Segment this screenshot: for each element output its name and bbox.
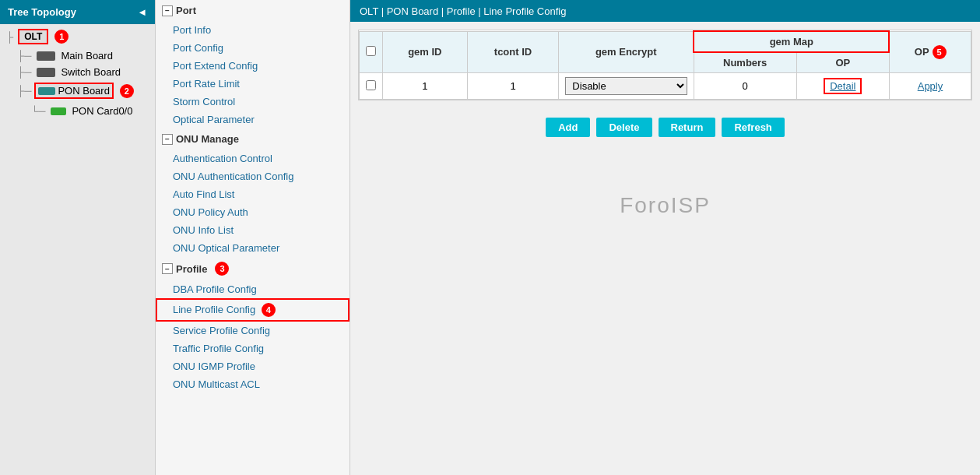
th-checkbox (360, 31, 383, 73)
th-gem-id: gem ID (383, 31, 468, 73)
gem-table: gem ID tcont ID gem Encrypt gem Map OP5 … (359, 30, 971, 100)
sidebar-title: Tree Topology ◄ (0, 0, 155, 24)
sidebar-collapse-arrow[interactable]: ◄ (137, 6, 147, 18)
th-op-sub: OP (796, 52, 889, 73)
action-buttons: Add Delete Return Refresh (350, 108, 980, 146)
tree-item-switch-board[interactable]: ├─ Switch Board (0, 64, 155, 80)
menu-onu-igmp[interactable]: ONU IGMP Profile (156, 357, 349, 375)
menu-onu-info[interactable]: ONU Info List (156, 221, 349, 239)
menu-port-rate-limit[interactable]: Port Rate Limit (156, 75, 349, 93)
cell-tcont-id: 1 (467, 73, 559, 100)
tree-item-pon-board[interactable]: ├─ PON Board 2 (0, 80, 155, 101)
select-all-checkbox[interactable] (366, 46, 376, 56)
table-container: gem ID tcont ID gem Encrypt gem Map OP5 … (358, 30, 972, 100)
menu-onu-multicast[interactable]: ONU Multicast ACL (156, 375, 349, 393)
menu-storm-control[interactable]: Storm Control (156, 93, 349, 111)
menu-auth-control[interactable]: Authentication Control (156, 150, 349, 167)
content-area: OLT | PON Board | Profile | Line Profile… (350, 0, 980, 475)
watermark: ForoISP (350, 146, 980, 265)
menu-port-extend-config[interactable]: Port Extend Config (156, 57, 349, 75)
menu-onu-auth-config[interactable]: ONU Authentication Config (156, 167, 349, 185)
cell-apply[interactable]: Apply (889, 73, 971, 100)
th-gem-encrypt: gem Encrypt (559, 31, 694, 73)
breadcrumb: OLT | PON Board | Profile | Line Profile… (350, 0, 980, 22)
cell-gem-encrypt[interactable]: Disable Enable (559, 73, 694, 100)
main-board-label: Main Board (61, 50, 112, 62)
badge-1: 1 (54, 30, 68, 44)
onu-manage-collapse-btn[interactable]: − (162, 134, 173, 145)
menu-onu-policy[interactable]: ONU Policy Auth (156, 203, 349, 221)
row-checkbox[interactable] (366, 80, 376, 90)
menu-traffic-profile[interactable]: Traffic Profile Config (156, 340, 349, 357)
badge-3: 3 (215, 262, 229, 276)
th-gem-map: gem Map (694, 31, 889, 52)
pon-card-label: PON Card0/0 (72, 105, 132, 117)
table-row: 1 1 Disable Enable 0 Detail (360, 73, 971, 100)
badge-5: 5 (933, 45, 947, 59)
port-section-label: Port (176, 5, 196, 16)
menu-dba-profile[interactable]: DBA Profile Config (156, 280, 349, 298)
pon-board-label: PON Board (58, 85, 109, 97)
onu-manage-label: ONU Manage (176, 133, 239, 145)
profile-section-label: Profile (176, 263, 207, 275)
cell-numbers: 0 (694, 73, 796, 100)
menu-service-profile[interactable]: Service Profile Config (156, 322, 349, 340)
gem-encrypt-select[interactable]: Disable Enable (565, 77, 687, 95)
op-label: OP (915, 46, 929, 58)
menu-port-info[interactable]: Port Info (156, 21, 349, 39)
port-collapse-btn[interactable]: − (162, 5, 173, 16)
th-tcont-id: tcont ID (467, 31, 559, 73)
badge-4: 4 (262, 303, 276, 317)
onu-manage-section-header: − ONU Manage (156, 128, 349, 150)
profile-section-header: − Profile 3 (156, 257, 349, 280)
sidebar: Tree Topology ◄ ├ OLT 1 ├─ Main Board ├─… (0, 0, 156, 475)
breadcrumb-text: OLT | PON Board | Profile | Line Profile… (360, 5, 566, 17)
port-section-header: − Port (156, 0, 349, 21)
olt-label[interactable]: OLT (18, 29, 48, 44)
add-button[interactable]: Add (546, 118, 590, 137)
th-numbers: Numbers (694, 52, 796, 73)
menu-onu-optical[interactable]: ONU Optical Parameter (156, 239, 349, 257)
return-button[interactable]: Return (659, 118, 716, 137)
refresh-button[interactable]: Refresh (722, 118, 784, 137)
tree-item-pon-card[interactable]: └─ PON Card0/0 (0, 103, 155, 119)
switch-board-label: Switch Board (61, 66, 121, 78)
tree-item-main-board[interactable]: ├─ Main Board (0, 48, 155, 64)
badge-2: 2 (120, 84, 134, 98)
detail-button[interactable]: Detail (824, 78, 862, 94)
delete-button[interactable]: Delete (596, 118, 652, 137)
profile-collapse-btn[interactable]: − (162, 263, 173, 274)
middle-panel: − Port Port Info Port Config Port Extend… (156, 0, 350, 475)
row-checkbox-cell (360, 73, 383, 100)
menu-optical-parameter[interactable]: Optical Parameter (156, 111, 349, 128)
menu-line-profile[interactable]: Line Profile Config 4 (156, 298, 349, 322)
th-op: OP5 (889, 31, 971, 73)
menu-port-config[interactable]: Port Config (156, 39, 349, 57)
cell-detail[interactable]: Detail (796, 73, 889, 100)
sidebar-title-text: Tree Topology (8, 6, 76, 18)
apply-link[interactable]: Apply (918, 80, 943, 92)
cell-gem-id: 1 (383, 73, 468, 100)
tree-item-olt[interactable]: ├ OLT 1 (0, 24, 155, 48)
menu-auto-find[interactable]: Auto Find List (156, 185, 349, 203)
